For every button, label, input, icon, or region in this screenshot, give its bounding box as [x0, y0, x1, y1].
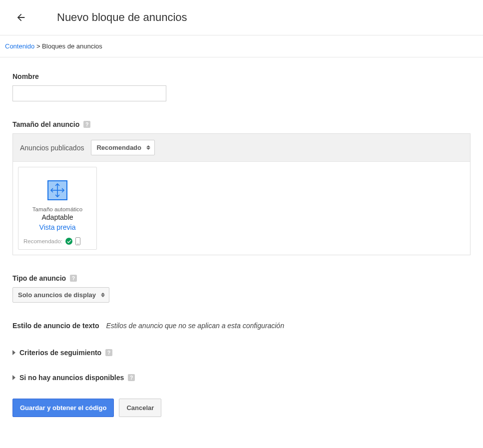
ad-type-section: Tipo de anuncio ? Solo anuncios de displ… [12, 274, 471, 303]
help-icon[interactable]: ? [70, 275, 77, 282]
size-card-responsive[interactable]: Tamaño automático Adaptable Vista previa… [18, 167, 97, 250]
ad-size-body: Tamaño automático Adaptable Vista previa… [13, 162, 470, 255]
text-ad-style-row: Estilo de anuncio de texto Estilos de an… [12, 322, 471, 330]
responsive-size-icon [47, 180, 67, 200]
ads-shown-label: Anuncios publicados [20, 144, 84, 152]
check-badge-icon [65, 238, 72, 245]
ad-size-label-text: Tamaño del anuncio [12, 120, 79, 128]
arrow-left-icon [15, 12, 26, 23]
help-icon[interactable]: ? [128, 374, 135, 381]
no-ads-label: Si no hay anuncios disponibles [19, 374, 124, 382]
card-title: Adaptable [22, 213, 92, 221]
save-button[interactable]: Guardar y obtener el código [12, 399, 114, 417]
text-ad-style-note: Estilos de anuncio que no se aplican a e… [106, 322, 284, 330]
breadcrumb-root-link[interactable]: Contenido [5, 42, 34, 50]
no-ads-expander[interactable]: Si no hay anuncios disponibles ? [12, 374, 471, 382]
chevron-right-icon [12, 350, 15, 355]
ad-size-panel: Anuncios publicados Recomendado [12, 133, 471, 255]
name-label: Nombre [12, 72, 471, 80]
ad-type-label: Tipo de anuncio ? [12, 274, 471, 282]
ad-type-value: Solo anuncios de display [18, 291, 96, 299]
card-subtitle: Tamaño automático [22, 206, 92, 212]
name-input[interactable] [12, 85, 166, 101]
phone-icon [75, 237, 80, 245]
content-area: Nombre Tamaño del anuncio ? Anuncios pub… [0, 57, 483, 432]
breadcrumb-current: Bloques de anuncios [42, 42, 102, 50]
page-title: Nuevo bloque de anuncios [57, 11, 187, 24]
tracking-criteria-label: Criterios de seguimiento [19, 349, 101, 357]
help-icon[interactable]: ? [105, 349, 112, 356]
card-recommendation: Recomendado: [22, 237, 92, 245]
help-icon[interactable]: ? [83, 121, 90, 128]
page-header: Nuevo bloque de anuncios [0, 0, 483, 35]
action-row: Guardar y obtener el código Cancelar [12, 399, 471, 417]
ad-size-filter-value: Recomendado [96, 144, 141, 151]
breadcrumb-sep: > [34, 42, 42, 50]
breadcrumb: Contenido > Bloques de anuncios [0, 35, 483, 57]
ad-size-filter-select[interactable]: Recomendado [91, 140, 155, 155]
ad-size-panel-header: Anuncios publicados Recomendado [13, 134, 470, 162]
text-ad-style-label: Estilo de anuncio de texto [12, 322, 99, 330]
chevron-right-icon [12, 375, 15, 380]
ad-size-label: Tamaño del anuncio ? [12, 120, 471, 128]
ad-type-label-text: Tipo de anuncio [12, 274, 66, 282]
ad-size-section: Tamaño del anuncio ? Anuncios publicados… [12, 120, 471, 255]
preview-link[interactable]: Vista previa [22, 223, 92, 231]
arrows-expand-icon [50, 183, 65, 198]
tracking-criteria-expander[interactable]: Criterios de seguimiento ? [12, 349, 471, 357]
sort-icon [146, 145, 150, 151]
sort-icon [101, 292, 105, 298]
card-rec-label: Recomendado: [23, 238, 62, 244]
back-arrow-button[interactable] [15, 11, 27, 23]
name-section: Nombre [12, 72, 471, 101]
ad-type-select[interactable]: Solo anuncios de display [12, 287, 109, 303]
cancel-button[interactable]: Cancelar [119, 399, 161, 417]
